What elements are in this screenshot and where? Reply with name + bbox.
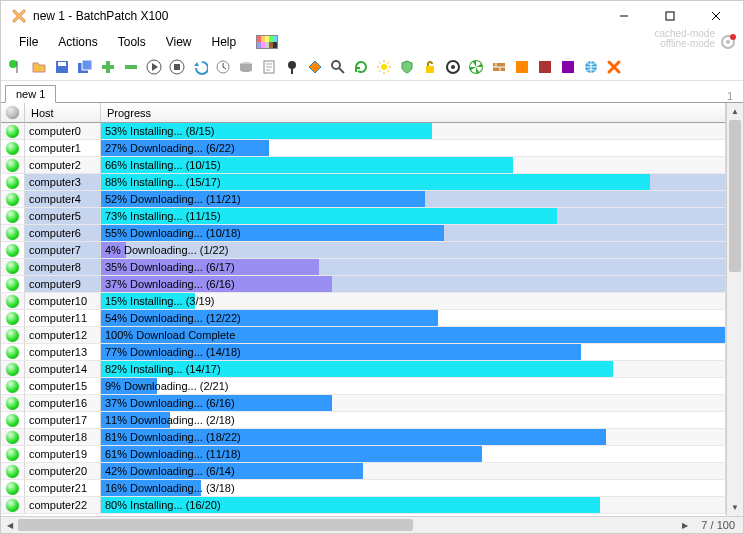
table-row[interactable]: computer053% Installing... (8/15): [1, 123, 726, 140]
hscroll-thumb[interactable]: [18, 519, 413, 531]
host-cell: computer14: [25, 361, 101, 378]
host-cell: computer13: [25, 344, 101, 361]
clock-icon[interactable]: [214, 58, 232, 76]
save-icon[interactable]: [53, 58, 71, 76]
host-cell: computer11: [25, 310, 101, 327]
table-row[interactable]: computer2280% Installing... (16/20): [1, 497, 726, 514]
close-button[interactable]: [693, 1, 739, 31]
progress-cell: 42% Downloading... (6/14): [101, 463, 726, 480]
status-orb: [1, 327, 25, 344]
play-icon[interactable]: [145, 58, 163, 76]
table-row[interactable]: computer388% Installing... (15/17): [1, 174, 726, 191]
saveall-icon[interactable]: [76, 58, 94, 76]
menu-view[interactable]: View: [156, 33, 202, 51]
brick-icon[interactable]: [490, 58, 508, 76]
scroll-right-icon[interactable]: ▶: [676, 517, 693, 533]
menu-palette[interactable]: [246, 33, 288, 51]
table-row[interactable]: computer1637% Downloading... (6/16): [1, 395, 726, 412]
progress-cell: 11% Downloading... (2/18): [101, 412, 726, 429]
host-cell: computer16: [25, 395, 101, 412]
progress-cell: 4% Downloading... (1/22): [101, 242, 726, 259]
status-orb: [1, 242, 25, 259]
table-row[interactable]: computer2042% Downloading... (6/14): [1, 463, 726, 480]
flag-icon[interactable]: [7, 58, 25, 76]
table-row[interactable]: computer159% Downloading... (2/21): [1, 378, 726, 395]
sun-icon[interactable]: [375, 58, 393, 76]
pin-icon[interactable]: [283, 58, 301, 76]
x-icon[interactable]: [605, 58, 623, 76]
menu-actions[interactable]: Actions: [48, 33, 107, 51]
scroll-thumb[interactable]: [729, 120, 741, 272]
scroll-up-icon[interactable]: ▲: [727, 103, 743, 120]
table-row[interactable]: computer573% Installing... (11/15): [1, 208, 726, 225]
host-cell: computer19: [25, 446, 101, 463]
scroll-left-icon[interactable]: ◀: [1, 517, 18, 533]
table-row[interactable]: computer1881% Downloading... (18/22): [1, 429, 726, 446]
svg-rect-28: [539, 61, 551, 73]
status-orb: [1, 208, 25, 225]
minus-icon[interactable]: [122, 58, 140, 76]
table-row[interactable]: computer1154% Downloading... (12/22): [1, 310, 726, 327]
vertical-scrollbar[interactable]: ▲ ▼: [726, 103, 743, 516]
shield-icon[interactable]: [398, 58, 416, 76]
host-cell: computer12: [25, 327, 101, 344]
fan-icon[interactable]: [467, 58, 485, 76]
table-row[interactable]: computer452% Downloading... (11/21): [1, 191, 726, 208]
table-row[interactable]: computer1961% Downloading... (11/18): [1, 446, 726, 463]
host-cell: computer6: [25, 225, 101, 242]
progress-cell: 54% Downloading... (12/22): [101, 310, 726, 327]
table-row[interactable]: computer127% Downloading... (6/22): [1, 140, 726, 157]
horizontal-scrollbar[interactable]: ◀ ▶ 7 / 100: [1, 516, 743, 533]
col-host[interactable]: Host: [25, 103, 101, 123]
orange-icon[interactable]: [513, 58, 531, 76]
host-cell: computer5: [25, 208, 101, 225]
table-row[interactable]: computer655% Downloading... (10/18): [1, 225, 726, 242]
menu-file[interactable]: File: [9, 33, 48, 51]
status-orb: [1, 497, 25, 514]
globe-icon[interactable]: [582, 58, 600, 76]
table-row[interactable]: computer2116% Downloading... (3/18): [1, 480, 726, 497]
purple-icon[interactable]: [559, 58, 577, 76]
table-row[interactable]: computer835% Downloading... (6/17): [1, 259, 726, 276]
window-title: new 1 - BatchPatch X100: [33, 9, 168, 23]
red-icon[interactable]: [536, 58, 554, 76]
status-orb: [1, 378, 25, 395]
maximize-button[interactable]: [647, 1, 693, 31]
svg-rect-12: [125, 65, 137, 69]
page-icon[interactable]: [260, 58, 278, 76]
scroll-down-icon[interactable]: ▼: [727, 499, 743, 516]
target-icon[interactable]: [444, 58, 462, 76]
menu-tools[interactable]: Tools: [108, 33, 156, 51]
gear-icon[interactable]: [719, 33, 737, 51]
table-row[interactable]: computer1482% Installing... (14/17): [1, 361, 726, 378]
tab-active[interactable]: new 1: [5, 85, 56, 103]
diamond-icon[interactable]: [306, 58, 324, 76]
mag-icon[interactable]: [329, 58, 347, 76]
host-cell: computer1: [25, 140, 101, 157]
host-cell: computer17: [25, 412, 101, 429]
table-row[interactable]: computer266% Installing... (10/15): [1, 157, 726, 174]
disk-icon[interactable]: [237, 58, 255, 76]
table-row[interactable]: computer1377% Downloading... (14/18): [1, 344, 726, 361]
status-orb: [1, 480, 25, 497]
table-row[interactable]: computer937% Downloading... (6/16): [1, 276, 726, 293]
table-row[interactable]: computer1711% Downloading... (2/18): [1, 412, 726, 429]
grid: Host Progress computer053% Installing...…: [1, 103, 726, 516]
progress-cell: 16% Downloading... (3/18): [101, 480, 726, 497]
col-progress[interactable]: Progress: [101, 103, 726, 123]
plus-icon[interactable]: [99, 58, 117, 76]
progress-cell: 52% Downloading... (11/21): [101, 191, 726, 208]
col-indicator[interactable]: [1, 103, 25, 123]
unlock-icon[interactable]: [421, 58, 439, 76]
stop-icon[interactable]: [168, 58, 186, 76]
refresh-icon[interactable]: [352, 58, 370, 76]
table-row[interactable]: computer12100% Download Complete: [1, 327, 726, 344]
minimize-button[interactable]: [601, 1, 647, 31]
undo-icon[interactable]: [191, 58, 209, 76]
folder-icon[interactable]: [30, 58, 48, 76]
menu-help[interactable]: Help: [202, 33, 247, 51]
table-row[interactable]: computer74% Downloading... (1/22): [1, 242, 726, 259]
host-cell: computer22: [25, 497, 101, 514]
table-row[interactable]: computer1015% Installing... (3/19): [1, 293, 726, 310]
status-orb: [1, 463, 25, 480]
